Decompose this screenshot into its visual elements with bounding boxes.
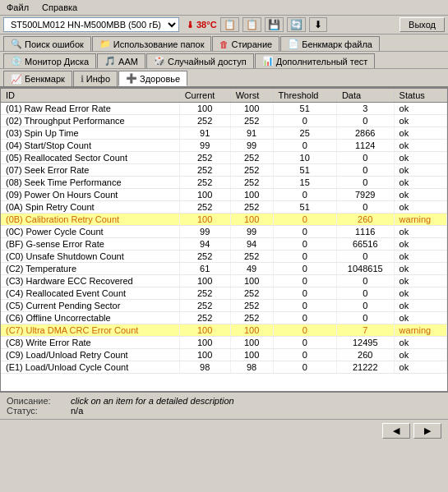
cell-col-3: 0 (273, 349, 336, 361)
table-row[interactable]: (0B) Calibration Retry Count1001000260wa… (1, 214, 447, 226)
table-row[interactable]: (C4) Reallocated Event Count25225200ok (1, 287, 447, 300)
cell-col-3: 0 (273, 189, 336, 201)
status-label: Статус: (7, 406, 64, 416)
table-row[interactable]: (0A) Spin Retry Count252252510ok (1, 201, 447, 214)
tab-health[interactable]: ➕ Здоровье (118, 71, 187, 86)
table-row[interactable]: (C7) Ultra DMA CRC Error Count10010007wa… (1, 324, 447, 337)
copy-btn2[interactable]: 📋 (242, 17, 261, 32)
table-row[interactable]: (04) Start/Stop Count999901124ok (1, 140, 447, 152)
cell-col-2: 252 (230, 177, 273, 189)
tab-extra-test[interactable]: 📊 Дополнительный тест (255, 53, 376, 68)
cell-name: (C2) Temperature (1, 263, 179, 275)
cell-name: (02) Throughput Performance (1, 115, 179, 127)
table-row[interactable]: (C6) Offline Uncorrectable25225200ok (1, 312, 447, 324)
cell-col-5: ok (394, 201, 446, 214)
copy-btn1[interactable]: 📋 (220, 17, 239, 32)
cell-col-4: 1116 (336, 226, 394, 238)
cell-name: (E1) Load/Unload Cycle Count (1, 361, 179, 374)
cell-col-5: ok (394, 238, 446, 251)
cell-col-4: 260 (336, 349, 394, 361)
table-row[interactable]: (01) Raw Read Error Rate100100513ok (1, 103, 447, 115)
cell-col-4: 0 (336, 275, 394, 287)
cell-col-5: ok (394, 115, 446, 127)
table-row[interactable]: (C8) Write Error Rate100100012495ok (1, 337, 447, 349)
next-button[interactable]: ▶ (413, 423, 441, 439)
cell-col-5: warning (394, 214, 446, 226)
cell-col-1: 94 (179, 238, 230, 251)
cell-col-3: 0 (273, 226, 336, 238)
cell-col-2: 100 (230, 349, 273, 361)
cell-col-3: 0 (273, 275, 336, 287)
cell-name: (09) Power On Hours Count (1, 189, 179, 201)
save-btn[interactable]: 💾 (265, 17, 284, 32)
tab-disk-monitor[interactable]: 💿 Монитор Диска (3, 53, 96, 68)
tab-row-1: 🔍 Поиск ошибок 📁 Использование папок 🗑 С… (0, 34, 448, 52)
download-btn[interactable]: ⬇ (309, 17, 327, 32)
cell-col-1: 252 (179, 251, 230, 263)
tab-benchmark[interactable]: 📈 Бенкмарк (3, 71, 72, 86)
cell-col-2: 100 (230, 324, 273, 337)
cell-col-5: ok (394, 189, 446, 201)
cell-col-4: 260 (336, 214, 394, 226)
cell-name: (C4) Reallocated Event Count (1, 287, 179, 300)
drive-select[interactable]: ST500LM012 HN-M500MBB (500 гБ) (3, 17, 179, 32)
menu-file[interactable]: Файл (3, 2, 32, 13)
cell-col-2: 100 (230, 275, 273, 287)
exit-button[interactable]: Выход (400, 17, 445, 32)
cell-col-4: 0 (336, 115, 394, 127)
table-row[interactable]: (E1) Load/Unload Cycle Count9898021222ok (1, 361, 447, 374)
prev-button[interactable]: ◀ (382, 423, 410, 439)
tab-aam[interactable]: 🎵 AAM (97, 53, 145, 68)
cell-col-1: 252 (179, 201, 230, 214)
cell-col-5: ok (394, 287, 446, 300)
cell-col-1: 61 (179, 263, 230, 275)
col-header-data: Data (336, 89, 394, 103)
cell-col-4: 0 (336, 251, 394, 263)
cell-col-1: 98 (179, 361, 230, 374)
cell-col-2: 100 (230, 337, 273, 349)
cell-col-3: 10 (273, 152, 336, 164)
table-row[interactable]: (09) Power On Hours Count10010007929ok (1, 189, 447, 201)
cell-name: (0A) Spin Retry Count (1, 201, 179, 214)
table-row[interactable]: (0C) Power Cycle Count999901116ok (1, 226, 447, 238)
cell-name: (C8) Write Error Rate (1, 337, 179, 349)
table-row[interactable]: (C5) Current Pending Sector25225200ok (1, 300, 447, 312)
description-area: Описание: click on an item for a detaile… (0, 392, 448, 419)
tab-search-errors[interactable]: 🔍 Поиск ошибок (3, 36, 91, 51)
table-row[interactable]: (C0) Unsafe Shutdown Count25225200ok (1, 251, 447, 263)
tab-folder-usage[interactable]: 📁 Использование папок (92, 36, 212, 51)
tab-info[interactable]: ℹ Инфо (73, 71, 118, 86)
refresh-btn[interactable]: 🔄 (287, 17, 306, 32)
table-row[interactable]: (02) Throughput Performance25225200ok (1, 115, 447, 127)
extra-icon: 📊 (262, 56, 274, 67)
info-icon: ℹ (81, 74, 84, 85)
cell-col-5: warning (394, 324, 446, 337)
table-row[interactable]: (08) Seek Time Performance252252150ok (1, 177, 447, 189)
table-row[interactable]: (07) Seek Error Rate252252510ok (1, 164, 447, 177)
cell-name: (01) Raw Read Error Rate (1, 103, 179, 115)
cell-col-5: ok (394, 164, 446, 177)
table-row[interactable]: (BF) G-sense Error Rate9494066516ok (1, 238, 447, 251)
random-icon: 🎲 (154, 56, 165, 67)
cell-col-1: 252 (179, 115, 230, 127)
cell-name: (C5) Current Pending Sector (1, 300, 179, 312)
tab-erase[interactable]: 🗑 Стирание (212, 36, 279, 51)
table-row[interactable]: (C3) Hardware ECC Recovered10010000ok (1, 275, 447, 287)
smart-table-container[interactable]: ID Current Worst Threshold Data Status (… (0, 88, 448, 392)
tab-row-3: 📈 Бенкмарк ℹ Инфо ➕ Здоровье (0, 69, 448, 88)
tab-random-access[interactable]: 🎲 Случайный доступ (146, 53, 254, 68)
menu-help[interactable]: Справка (39, 2, 81, 13)
col-header-worst: Worst (230, 89, 273, 103)
table-row[interactable]: (C9) Load/Unload Retry Count1001000260ok (1, 349, 447, 361)
cell-col-4: 7929 (336, 189, 394, 201)
table-row[interactable]: (03) Spin Up Time9191252866ok (1, 127, 447, 140)
cell-col-1: 99 (179, 226, 230, 238)
tab-file-benchmark[interactable]: 📄 Бенкмарк файла (280, 36, 380, 51)
tab-row-2: 💿 Монитор Диска 🎵 AAM 🎲 Случайный доступ… (0, 52, 448, 69)
cell-col-1: 100 (179, 103, 230, 115)
cell-name: (04) Start/Stop Count (1, 140, 179, 152)
cell-col-2: 252 (230, 115, 273, 127)
cell-col-3: 0 (273, 300, 336, 312)
table-row[interactable]: (05) Reallocated Sector Count252252100ok (1, 152, 447, 164)
table-row[interactable]: (C2) Temperature614901048615ok (1, 263, 447, 275)
